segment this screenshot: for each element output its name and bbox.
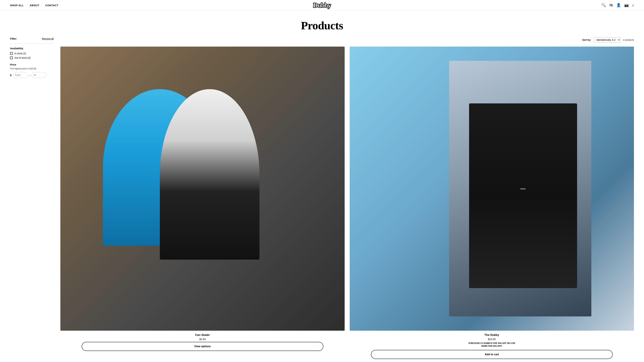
in-stock-label: In stock (2)	[14, 52, 26, 55]
product-price-can-sealer: $2.50	[200, 338, 206, 341]
product-promo-the-dubby: PURCHASE 2-3 DUBBYS FOR 10% OFF OR 4 OR …	[468, 342, 515, 348]
sidebar: Filter: Remove all Availability In stock…	[10, 37, 54, 359]
product-card-can-sealer: Can Sealer $2.50 View options	[60, 46, 345, 359]
price-separator: -	[29, 74, 30, 77]
price-currency: $	[10, 74, 12, 77]
in-stock-option[interactable]: In stock (2)	[10, 52, 54, 55]
sort-select[interactable]: Alphabetically, A-Z Alphabetically, Z-A …	[594, 37, 620, 42]
cart-icon[interactable]: 🛍	[609, 3, 613, 7]
remove-all-link[interactable]: Remove all	[42, 37, 54, 40]
availability-heading: Availability	[10, 47, 54, 50]
site-header: SHOP ALL ABOUT CONTACT Dubby 🔍 🛍 👤 📷 ♪	[0, 0, 644, 10]
main-content: Filter: Remove all Availability In stock…	[0, 37, 644, 362]
tiktok-icon[interactable]: ♪	[632, 3, 634, 7]
page-title: Products	[3, 19, 641, 32]
out-of-stock-checkbox[interactable]	[10, 56, 13, 59]
nav-about[interactable]: ABOUT	[30, 4, 39, 7]
view-options-button[interactable]: View options	[82, 342, 323, 351]
price-range-inputs: $ -	[10, 72, 54, 78]
product-price-the-dubby: $23.95	[488, 338, 496, 341]
site-logo[interactable]: Dubby	[313, 1, 331, 9]
product-name-the-dubby: The Dubby	[484, 333, 499, 337]
product-name-can-sealer: Can Sealer	[195, 333, 210, 337]
page-title-section: Products	[0, 10, 644, 37]
can-sealer-image-placeholder	[60, 46, 345, 331]
nav-shop-all[interactable]: SHOP ALL	[10, 4, 24, 7]
product-card-the-dubby: Dubby The Dubby $23.95 PURCHASE 2-3 DUBB…	[350, 46, 634, 359]
nav-left: SHOP ALL ABOUT CONTACT	[10, 4, 58, 7]
products-grid: Can Sealer $2.50 View options Dubby The …	[60, 46, 634, 359]
in-stock-checkbox[interactable]	[10, 52, 13, 55]
price-from-input[interactable]	[13, 72, 28, 78]
price-to-input[interactable]	[31, 72, 46, 78]
nav-contact[interactable]: CONTACT	[45, 4, 58, 7]
filter-header: Filter: Remove all	[10, 37, 54, 40]
products-count: 2 products	[623, 38, 634, 41]
user-icon[interactable]: 👤	[616, 3, 621, 7]
dubby-image-placeholder: Dubby	[350, 46, 634, 331]
dubby-product-logo: Dubby	[472, 188, 574, 190]
products-area: Sort by: Alphabetically, A-Z Alphabetica…	[60, 37, 634, 359]
price-filter: Price The highest price is $23.95 $ -	[10, 63, 54, 78]
availability-filter: Availability In stock (2) Out of stock (…	[10, 47, 54, 59]
price-highest-text: The highest price is $23.95	[10, 67, 54, 70]
instagram-icon[interactable]: 📷	[624, 3, 629, 7]
out-of-stock-label: Out of stock (0)	[14, 56, 30, 59]
sort-label: Sort by:	[582, 38, 591, 41]
out-of-stock-option[interactable]: Out of stock (0)	[10, 56, 54, 59]
product-image-the-dubby[interactable]: Dubby	[350, 46, 634, 331]
add-to-cart-button[interactable]: Add to cart	[371, 350, 613, 359]
filter-label: Filter:	[10, 37, 17, 40]
nav-right: 🔍 🛍 👤 📷 ♪	[602, 3, 634, 7]
search-icon[interactable]: 🔍	[602, 3, 606, 7]
products-toolbar: Sort by: Alphabetically, A-Z Alphabetica…	[60, 37, 634, 42]
product-image-can-sealer[interactable]	[60, 46, 345, 331]
price-heading: Price	[10, 63, 54, 66]
